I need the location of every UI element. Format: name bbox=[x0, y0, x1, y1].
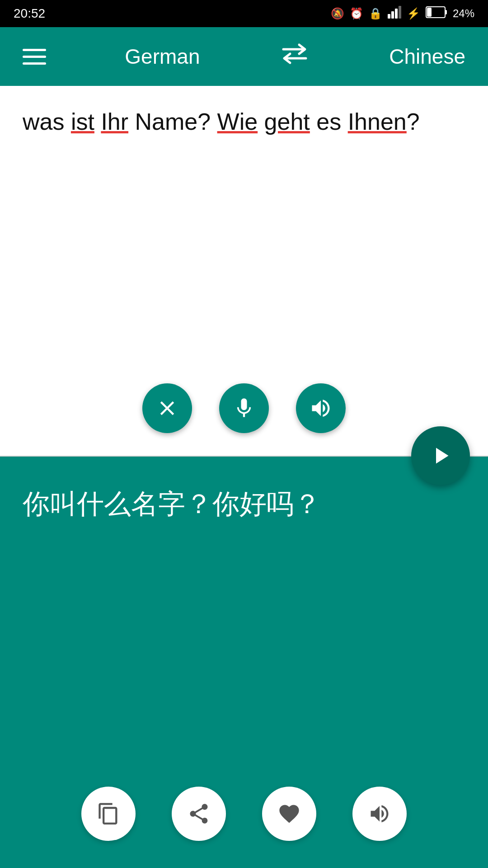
svg-rect-0 bbox=[388, 14, 390, 19]
word-ist: ist bbox=[71, 108, 94, 135]
microphone-button[interactable] bbox=[219, 383, 269, 433]
source-action-buttons bbox=[0, 383, 488, 433]
status-time: 20:52 bbox=[14, 6, 45, 21]
main-content: was ist Ihr Name? Wie geht es Ihnen? bbox=[0, 86, 488, 868]
source-text[interactable]: was ist Ihr Name? Wie geht es Ihnen? bbox=[23, 104, 465, 139]
send-button[interactable] bbox=[411, 426, 470, 485]
toolbar: German Chinese bbox=[0, 27, 488, 86]
favorite-button[interactable] bbox=[262, 787, 316, 841]
word-wie: Wie bbox=[217, 108, 258, 135]
word-ihr: Ihr bbox=[101, 108, 128, 135]
charging-icon: ⚡ bbox=[407, 7, 420, 20]
svg-rect-6 bbox=[427, 8, 432, 17]
target-speaker-button[interactable] bbox=[352, 787, 407, 841]
signal-icon bbox=[388, 6, 401, 21]
copy-button[interactable] bbox=[81, 787, 136, 841]
svg-rect-1 bbox=[391, 11, 394, 19]
share-button[interactable] bbox=[172, 787, 226, 841]
target-language[interactable]: Chinese bbox=[389, 44, 465, 69]
source-speaker-button[interactable] bbox=[296, 383, 346, 433]
word-ihnen: Ihnen bbox=[348, 108, 407, 135]
target-action-buttons bbox=[0, 787, 488, 841]
svg-rect-5 bbox=[445, 10, 447, 14]
source-language[interactable]: German bbox=[125, 44, 200, 69]
word-geht: geht bbox=[264, 108, 310, 135]
notification-muted-icon: 🔕 bbox=[331, 7, 344, 20]
svg-rect-2 bbox=[395, 9, 398, 19]
status-icons: 🔕 ⏰ 🔒 ⚡ 24% bbox=[331, 6, 474, 21]
source-panel: was ist Ihr Name? Wie geht es Ihnen? bbox=[0, 86, 488, 457]
target-text: 你叫什么名字？你好吗？ bbox=[23, 484, 465, 524]
alarm-icon: ⏰ bbox=[350, 7, 363, 20]
swap-languages-button[interactable] bbox=[279, 42, 310, 71]
clear-button[interactable] bbox=[142, 383, 192, 433]
svg-rect-3 bbox=[399, 6, 401, 19]
status-bar: 20:52 🔕 ⏰ 🔒 ⚡ 24% bbox=[0, 0, 488, 27]
battery-percent: 24% bbox=[453, 7, 474, 20]
target-panel: 你叫什么名字？你好吗？ bbox=[0, 457, 488, 868]
menu-button[interactable] bbox=[23, 49, 46, 65]
battery-icon bbox=[426, 6, 447, 21]
lock-icon: 🔒 bbox=[369, 7, 382, 20]
